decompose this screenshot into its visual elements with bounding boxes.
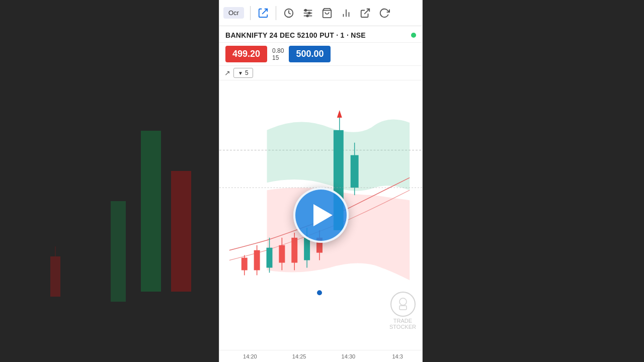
price-change-qty: 15 (272, 54, 284, 61)
svg-rect-43 (423, 0, 644, 362)
play-triangle-icon (313, 204, 333, 226)
bar-chart-icon[interactable] (340, 7, 353, 20)
svg-rect-27 (279, 245, 285, 263)
svg-line-6 (262, 9, 267, 14)
time-label-0: 14:20 (225, 353, 275, 359)
svg-rect-42 (399, 306, 407, 310)
svg-line-18 (364, 9, 369, 14)
alert-icon[interactable] (282, 7, 295, 20)
svg-point-13 (306, 15, 308, 17)
instrument-title: BANKNIFTY 24 DEC 52100 PUT · 1 · NSE (225, 31, 366, 39)
svg-marker-36 (337, 110, 342, 118)
price-change-info: 0.80 15 (272, 47, 284, 61)
basket-icon[interactable] (320, 7, 334, 20)
time-axis: 14:20 14:25 14:30 14:3 (219, 350, 422, 362)
share-icon[interactable] (257, 7, 270, 20)
background-right (423, 0, 644, 362)
background-left (0, 0, 219, 362)
svg-point-11 (305, 9, 307, 11)
toolbar: Ocr (219, 0, 422, 26)
watermark-text-line1: TRADE (389, 318, 416, 324)
time-label-2: 14:30 (324, 353, 373, 359)
svg-point-39 (317, 290, 322, 295)
controls-row: ↗ ▼ 5 (219, 66, 422, 80)
refresh-icon[interactable] (378, 7, 391, 20)
watermark: TRADE STOCKER (389, 292, 416, 330)
toolbar-separator (250, 6, 251, 20)
current-price-badge[interactable]: 499.20 (225, 46, 267, 62)
svg-rect-2 (171, 171, 191, 292)
svg-point-12 (308, 12, 310, 14)
chart-area: TRADE STOCKER (219, 80, 422, 350)
instrument-header: BANKNIFTY 24 DEC 52100 PUT · 1 · NSE (219, 26, 422, 43)
main-panel: Ocr (219, 0, 423, 362)
price-row: 499.20 0.80 15 500.00 (219, 43, 422, 66)
external-link-icon[interactable] (359, 7, 372, 20)
target-price-badge[interactable]: 500.00 (289, 46, 331, 62)
interval-value: 5 (245, 69, 249, 76)
price-change-value: 0.80 (272, 47, 284, 54)
svg-rect-23 (254, 250, 260, 270)
svg-rect-1 (141, 131, 161, 292)
live-status-dot (411, 33, 416, 38)
play-button[interactable] (293, 188, 349, 243)
toolbar-separator-2 (276, 6, 276, 20)
svg-rect-25 (267, 248, 273, 268)
watermark-circle (390, 292, 416, 317)
svg-rect-38 (351, 155, 359, 188)
svg-rect-4 (50, 256, 60, 297)
play-circle (293, 188, 349, 243)
watermark-text-line2: STOCKER (389, 324, 416, 330)
cursor-icon: ↗ (224, 69, 230, 77)
interval-selector[interactable]: ▼ 5 (233, 68, 253, 78)
time-label-3: 14:3 (373, 353, 422, 359)
ocr-tab[interactable]: Ocr (223, 7, 244, 19)
svg-rect-21 (242, 258, 248, 270)
svg-rect-3 (111, 201, 126, 302)
indicator-icon[interactable] (301, 7, 314, 20)
chevron-down-icon: ▼ (238, 70, 243, 76)
svg-point-41 (399, 298, 407, 305)
time-label-1: 14:25 (275, 353, 324, 359)
